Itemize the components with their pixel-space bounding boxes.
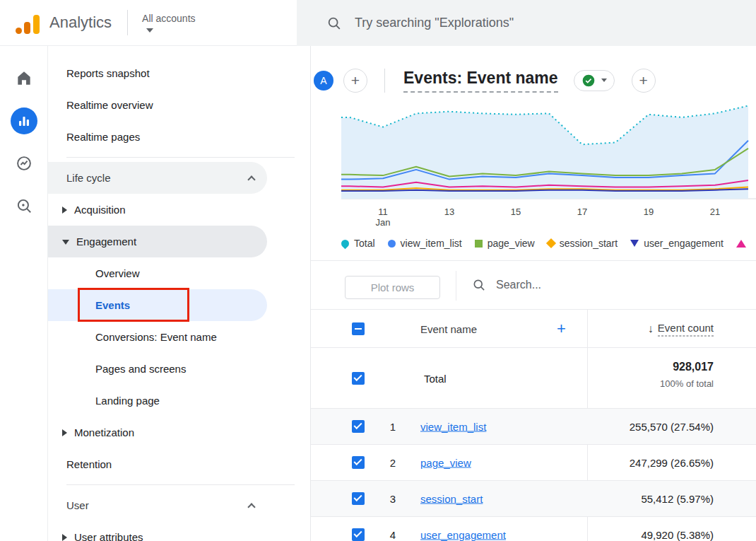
x-tick: 17: [577, 206, 587, 217]
table-total-row: Total 928,017 100% of total: [311, 348, 756, 409]
check-circle-icon: [581, 74, 596, 88]
account-switcher-label: All accounts: [142, 13, 195, 24]
event-name-link[interactable]: view_item_list: [420, 421, 486, 433]
sidebar-item-monetization[interactable]: Monetization: [48, 417, 310, 448]
reports-icon[interactable]: [10, 107, 38, 135]
event-count-value: 247,299 (26.65%): [630, 457, 714, 469]
page-title[interactable]: Events: Event name: [403, 69, 558, 93]
global-search-input[interactable]: [355, 16, 708, 30]
x-tick: 19: [644, 206, 654, 217]
sidebar-item-acquisition[interactable]: Acquisition: [48, 194, 310, 226]
x-tick: 11Jan: [376, 206, 391, 228]
event-name-link[interactable]: session_start: [420, 493, 483, 505]
sidebar-divider: [66, 484, 295, 485]
chevron-down-icon: [62, 240, 69, 245]
event-count-value: 55,412 (5.97%): [641, 493, 714, 505]
select-all-checkbox[interactable]: [352, 322, 365, 335]
home-icon[interactable]: [10, 64, 38, 93]
sidebar-item-engagement[interactable]: Engagement: [48, 226, 267, 257]
events-over-time-chart[interactable]: [311, 100, 756, 206]
total-count-share: 100% of total: [660, 378, 714, 389]
table-search-input[interactable]: [496, 279, 694, 291]
section-label: Life cycle: [66, 172, 111, 184]
legend-item-user-engagement[interactable]: user_engagement: [630, 238, 723, 249]
reports-active-indicator: [11, 107, 37, 134]
row-checkbox[interactable]: [352, 528, 365, 541]
sidebar-item-conversions-event-name[interactable]: Conversions: Event name: [48, 321, 310, 353]
legend-item-total[interactable]: Total: [341, 238, 375, 249]
sidebar-item-overview[interactable]: Overview: [48, 257, 310, 289]
row-checkbox[interactable]: [352, 372, 365, 385]
account-switcher[interactable]: All accounts: [142, 13, 195, 33]
row-checkbox[interactable]: [352, 420, 365, 433]
add-comparison-button[interactable]: +: [343, 69, 367, 93]
chevron-up-icon: [247, 175, 255, 183]
sidebar-item-realtime-pages[interactable]: Realtime pages: [48, 121, 310, 153]
row-checkbox[interactable]: [352, 492, 365, 505]
legend-item-view-item-list[interactable]: view_item_list: [388, 238, 462, 249]
event-count-value: 49,920 (5.38%): [641, 529, 714, 541]
triangle-down-swatch-icon: [630, 240, 639, 247]
sidebar-item-user-attributes[interactable]: User attributes: [48, 521, 310, 541]
row-checkbox[interactable]: [352, 456, 365, 469]
sidebar-item-realtime-overview[interactable]: Realtime overview: [48, 89, 310, 121]
row-number: 3: [385, 493, 401, 505]
top-header: Analytics All accounts: [0, 0, 756, 46]
header-separator: [384, 69, 385, 93]
sidebar-section-life-cycle[interactable]: Life cycle: [48, 162, 267, 194]
legend-item-partial[interactable]: [736, 240, 751, 248]
total-label: Total: [424, 372, 447, 384]
avatar[interactable]: A: [314, 71, 333, 91]
sidebar-item-pages-and-screens[interactable]: Pages and screens: [48, 353, 310, 385]
column-header-label[interactable]: Event count: [658, 321, 714, 336]
analytics-app: Analytics All accounts Reports snap: [0, 0, 756, 541]
event-count-column-header: ↓ Event count: [648, 321, 714, 336]
sidebar-item-events-selected[interactable]: Events: [48, 289, 267, 321]
square-swatch-icon: [475, 240, 483, 248]
controls-divider: [456, 271, 456, 301]
add-column-button[interactable]: +: [557, 320, 566, 338]
table-row: 4 user_engagement 49,920 (5.38%): [311, 517, 756, 541]
table-controls: Plot rows: [311, 261, 756, 310]
table-search[interactable]: [472, 261, 694, 309]
report-header: A + Events: Event name +: [311, 60, 756, 100]
event-name-column-header[interactable]: Event name: [420, 322, 477, 335]
item-label: Monetization: [74, 426, 134, 438]
sidebar-divider: [66, 157, 295, 158]
table-row: 3 session_start 55,412 (5.97%): [311, 481, 756, 517]
explore-icon[interactable]: [10, 149, 38, 178]
report-status-badge[interactable]: [574, 70, 615, 91]
circle-swatch-icon: [388, 240, 396, 248]
chevron-right-icon: [62, 534, 67, 541]
sidebar-item-reports-snapshot[interactable]: Reports snapshot: [48, 57, 310, 89]
legend-item-session-start[interactable]: session_start: [548, 238, 618, 249]
sidebar-item-landing-page[interactable]: Landing page: [48, 385, 310, 417]
event-name-link[interactable]: page_view: [420, 457, 471, 469]
chart-legend: Total view_item_list page_view session_s…: [341, 234, 756, 252]
item-label: Engagement: [76, 235, 136, 248]
main-content: A + Events: Event name + 11Jan 13 15 17 …: [311, 46, 756, 541]
chevron-up-icon: [247, 503, 255, 511]
row-number: 4: [385, 529, 401, 541]
google-analytics-logo[interactable]: Analytics: [16, 11, 112, 34]
plot-rows-button[interactable]: Plot rows: [345, 276, 440, 299]
reports-sidebar: Reports snapshot Realtime overview Realt…: [48, 46, 311, 541]
sidebar-item-retention[interactable]: Retention: [48, 448, 310, 480]
global-search-bar[interactable]: [297, 0, 756, 46]
x-tick: 21: [710, 206, 720, 217]
table-header-row: Event name + ↓ Event count: [311, 310, 756, 348]
legend-item-page-view[interactable]: page_view: [475, 238, 535, 249]
nav-icon-rail: [0, 46, 48, 541]
add-report-tab-button[interactable]: +: [632, 69, 656, 93]
sidebar-section-user[interactable]: User: [48, 489, 267, 521]
advertising-icon[interactable]: [10, 192, 38, 220]
drop-swatch-icon: [341, 238, 350, 249]
event-name-link[interactable]: user_engagement: [420, 529, 506, 541]
chevron-down-icon: [146, 28, 153, 33]
sort-descending-icon[interactable]: ↓: [648, 322, 654, 335]
analytics-logo-icon: [16, 11, 40, 34]
item-label: User attributes: [74, 531, 143, 541]
header-divider: [127, 10, 128, 35]
item-label: Acquisition: [74, 204, 126, 216]
x-tick: 13: [444, 206, 454, 217]
